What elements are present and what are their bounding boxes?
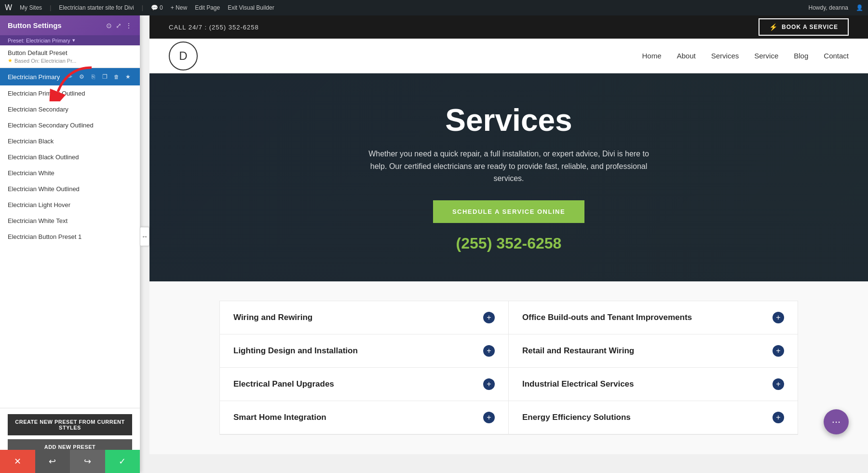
service-item-office-buildouts[interactable]: Office Build-outs and Tenant Improvement… <box>509 301 798 334</box>
service-expand-icon[interactable]: + <box>483 345 495 357</box>
preset-dropdown-icon[interactable]: ▾ <box>72 37 75 43</box>
site-name-link[interactable]: Electrician starter site for Divi <box>59 4 134 11</box>
lightning-icon: ⚡ <box>769 23 778 31</box>
resize-handle[interactable]: ↔ <box>140 227 149 246</box>
copy-preset-icon[interactable] <box>100 72 109 81</box>
nav-blog[interactable]: Blog <box>794 52 808 60</box>
resize-arrows-icon: ↔ <box>141 233 148 240</box>
sidebar-header-actions: ⊙ ⤢ ⋮ <box>106 22 132 29</box>
star-icon: ★ <box>8 57 13 64</box>
preset-name: Electrician White <box>8 169 54 177</box>
default-preset-label: Button Default Preset <box>8 49 132 56</box>
preset-item-electrician-white[interactable]: Electrician White <box>0 165 140 181</box>
nav-links: Home About Services Service Blog Contact <box>642 52 849 60</box>
hero-cta-button[interactable]: SCHEDULE A SERVICE ONLINE <box>433 200 584 223</box>
service-item-industrial[interactable]: Industrial Electrical Services + <box>509 368 798 401</box>
edit-page-link[interactable]: Edit Page <box>195 4 220 11</box>
hero-phone: (255) 352-6258 <box>364 235 653 252</box>
services-grid: Wiring and Rewiring + Office Build-outs … <box>219 301 798 435</box>
service-expand-icon[interactable]: + <box>483 412 495 423</box>
comments-link[interactable]: 💬 0 <box>151 4 163 11</box>
howdy-user: Howdy, deanna <box>809 4 849 11</box>
duplicate-preset-icon[interactable] <box>89 72 97 81</box>
wp-admin-bar: W My Sites | Electrician starter site fo… <box>0 0 868 15</box>
based-on-label: ★ Based On: Electrician Pr... <box>8 57 132 64</box>
undo-button[interactable]: ↩ <box>35 450 70 473</box>
new-link[interactable]: + New <box>171 4 187 11</box>
preset-item-electrician-primary[interactable]: Electrician Primary <box>0 68 140 85</box>
save-button[interactable]: ✓ <box>105 450 140 473</box>
service-expand-icon[interactable]: + <box>483 312 495 323</box>
star-preset-icon[interactable] <box>123 72 132 81</box>
preset-name: Electrician White Outlined <box>8 185 80 193</box>
maximize-icon[interactable]: ⤢ <box>116 22 122 29</box>
preset-name: Electrician Light Hover <box>8 201 70 209</box>
preset-item-electrician-black-outlined[interactable]: Electrician Black Outlined <box>0 149 140 165</box>
preset-item-electrician-secondary-outlined[interactable]: Electrician Secondary Outlined <box>0 117 140 133</box>
settings-circle-icon[interactable]: ⊙ <box>106 22 112 29</box>
sidebar-panel: Button Settings ⊙ ⤢ ⋮ Preset: Electricia… <box>0 15 140 473</box>
service-item-smart-home[interactable]: Smart Home Integration + <box>220 401 509 434</box>
user-avatar-icon[interactable]: 👤 <box>856 4 863 11</box>
service-name: Electrical Panel Upgrades <box>233 379 334 389</box>
edit-preset-icon[interactable] <box>66 72 74 81</box>
preset-label-bar: Preset: Electrician Primary ▾ <box>0 35 140 45</box>
preset-item-electrician-light-hover[interactable]: Electrician Light Hover <box>0 197 140 213</box>
preset-name: Electrician Primary <box>8 73 60 81</box>
service-name: Energy Efficiency Solutions <box>522 413 631 422</box>
nav-about[interactable]: About <box>677 52 696 60</box>
service-expand-icon[interactable]: + <box>773 312 784 323</box>
more-options-icon[interactable]: ⋮ <box>125 22 132 29</box>
hero-subtitle: Whether you need a quick repair, a full … <box>364 148 653 185</box>
service-item-retail-wiring[interactable]: Retail and Restaurant Wiring + <box>509 334 798 368</box>
create-preset-button[interactable]: CREATE NEW PRESET FROM CURRENT STYLES <box>8 414 132 435</box>
preset-label-text: Preset: Electrician Primary <box>8 38 70 43</box>
preset-item-electrician-black[interactable]: Electrician Black <box>0 133 140 149</box>
floating-action-button[interactable]: ··· <box>824 409 849 434</box>
preset-item-electrician-button-preset-1[interactable]: Electrician Button Preset 1 <box>0 229 140 245</box>
book-service-button[interactable]: ⚡ BOOK A SERVICE <box>759 18 849 36</box>
preset-item-electrician-primary-outlined[interactable]: Electrician Primary Outlined <box>0 85 140 101</box>
preset-name: Electrician Black Outlined <box>8 153 79 161</box>
service-item-panel-upgrades[interactable]: Electrical Panel Upgrades + <box>220 368 509 401</box>
redo-button[interactable]: ↪ <box>70 450 105 473</box>
preset-item-electrician-white-text[interactable]: Electrician White Text <box>0 213 140 229</box>
delete-preset-icon[interactable] <box>112 72 121 81</box>
bottom-toolbar: ✕ ↩ ↪ ✓ <box>0 450 140 473</box>
service-expand-icon[interactable]: + <box>773 345 784 357</box>
service-item-energy-efficiency[interactable]: Energy Efficiency Solutions + <box>509 401 798 434</box>
site-logo[interactable]: D <box>169 42 198 70</box>
fab-dots-icon: ··· <box>832 416 841 428</box>
service-name: Industrial Electrical Services <box>522 379 634 389</box>
exit-builder-link[interactable]: Exit Visual Builder <box>228 4 274 11</box>
preset-name: Electrician Primary Outlined <box>8 90 85 97</box>
services-section: Wiring and Rewiring + Office Build-outs … <box>149 281 868 454</box>
nav-home[interactable]: Home <box>642 52 661 60</box>
cancel-button[interactable]: ✕ <box>0 450 35 473</box>
service-expand-icon[interactable]: + <box>773 378 784 390</box>
hero-section: Services Whether you need a quick repair… <box>149 73 868 281</box>
settings-preset-icon[interactable] <box>77 72 86 81</box>
nav-contact[interactable]: Contact <box>824 52 849 60</box>
hero-title: Services <box>364 102 653 138</box>
service-expand-icon[interactable]: + <box>773 412 784 423</box>
my-sites-link[interactable]: My Sites <box>20 4 42 11</box>
book-service-label: BOOK A SERVICE <box>782 24 838 30</box>
default-preset-section: Button Default Preset ★ Based On: Electr… <box>0 45 140 68</box>
nav-service[interactable]: Service <box>754 52 778 60</box>
nav-services[interactable]: Services <box>711 52 739 60</box>
service-name: Office Build-outs and Tenant Improvement… <box>522 313 692 322</box>
preset-item-electrician-secondary[interactable]: Electrician Secondary <box>0 101 140 117</box>
preset-name: Electrician Black <box>8 138 54 145</box>
preset-item-electrician-white-outlined[interactable]: Electrician White Outlined <box>0 181 140 197</box>
service-item-lighting-design[interactable]: Lighting Design and Installation + <box>220 334 509 368</box>
service-name: Retail and Restaurant Wiring <box>522 346 634 356</box>
service-name: Smart Home Integration <box>233 413 326 422</box>
site-topbar: CALL 24/7 : (255) 352-6258 ⚡ BOOK A SERV… <box>149 15 868 39</box>
wp-logo-icon[interactable]: W <box>5 3 12 12</box>
service-name: Wiring and Rewiring <box>233 313 312 322</box>
service-item-wiring-rewiring[interactable]: Wiring and Rewiring + <box>220 301 509 334</box>
preset-name: Electrician Button Preset 1 <box>8 233 81 240</box>
service-expand-icon[interactable]: + <box>483 378 495 390</box>
preset-name: Electrician White Text <box>8 217 68 224</box>
